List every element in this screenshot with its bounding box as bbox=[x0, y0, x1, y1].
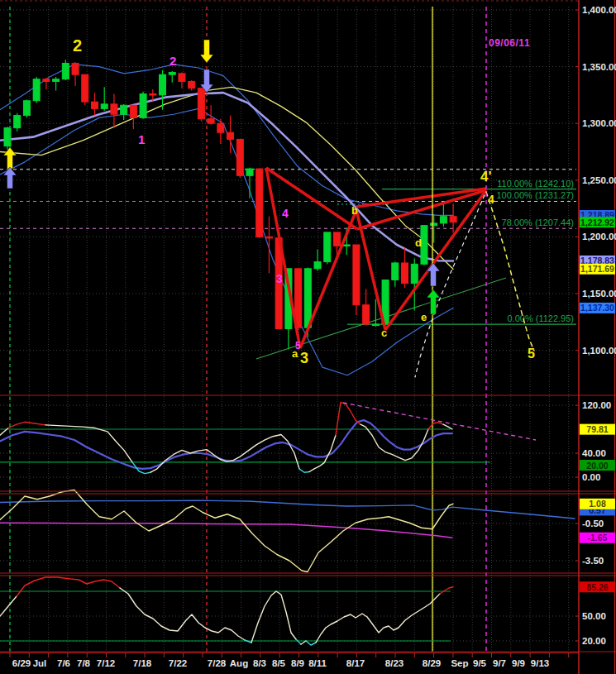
indicator-line-main bbox=[316, 594, 440, 643]
indicator-line-main bbox=[8, 422, 45, 428]
price-badge-label: 79.81 bbox=[586, 424, 608, 434]
y-axis-label: 120.00 bbox=[582, 400, 611, 410]
x-axis-label: 7/22 bbox=[169, 658, 187, 668]
date-annotation: 09/06/11 bbox=[489, 37, 530, 49]
candle-body bbox=[91, 102, 98, 108]
pattern-line bbox=[357, 190, 486, 229]
indicator-line-main bbox=[361, 424, 428, 461]
indicator-line-main bbox=[251, 591, 296, 643]
x-axis-label: 7/18 bbox=[133, 658, 152, 668]
candle-body bbox=[402, 263, 408, 284]
x-axis-label: Sep bbox=[451, 658, 468, 668]
candle-body bbox=[23, 101, 30, 116]
candle-body bbox=[372, 324, 379, 326]
down-arrow-icon bbox=[200, 40, 213, 63]
x-axis-label: 7/8 bbox=[77, 658, 91, 668]
y-axis-label: 1,350.00 bbox=[582, 62, 616, 72]
wave-label: e bbox=[421, 311, 427, 323]
x-axis-label: 8/11 bbox=[308, 658, 327, 668]
y-axis-label: -3.50 bbox=[582, 556, 604, 566]
candle-body bbox=[111, 104, 117, 114]
fib-label: 0.00% (1122.95) bbox=[507, 313, 574, 323]
wave-label: c bbox=[381, 327, 387, 339]
candle-body bbox=[256, 169, 263, 237]
wave-label: 2 bbox=[170, 54, 176, 68]
candle-body bbox=[324, 232, 331, 262]
indicator-line-main bbox=[45, 425, 132, 462]
candle-body bbox=[246, 169, 253, 175]
indicator-line-main bbox=[120, 588, 245, 640]
price-badge-label: 1.08 bbox=[589, 499, 606, 509]
x-axis-label: 8/29 bbox=[423, 658, 441, 668]
y-axis-label: 1,200.00 bbox=[582, 232, 616, 241]
candle-body bbox=[353, 245, 360, 305]
up-arrow-icon bbox=[427, 263, 440, 286]
y-axis-label: -0.50 bbox=[582, 519, 604, 528]
fib-label: 110.00% (1242.10) bbox=[497, 179, 574, 189]
candle-body bbox=[33, 79, 40, 101]
candle-body bbox=[189, 81, 195, 88]
up-arrow-icon bbox=[427, 289, 440, 314]
wave-label: 1 bbox=[138, 132, 145, 146]
y-axis-label: 1,250.00 bbox=[582, 175, 616, 185]
candle-body bbox=[101, 104, 107, 108]
wave-label: 2 bbox=[73, 36, 82, 55]
candle-body bbox=[208, 119, 214, 123]
price-badge-label: 1,137.30 bbox=[580, 303, 614, 313]
wave-label: 4' bbox=[480, 169, 492, 184]
chart-window: 110.00% (1242.10)100.00% (1231.27)78.00%… bbox=[0, 0, 616, 674]
candle-body bbox=[314, 262, 321, 269]
pattern-line bbox=[266, 168, 300, 348]
indicator-line-main bbox=[443, 424, 452, 429]
y-axis-label: 0.00 bbox=[582, 472, 600, 482]
x-axis-label: 9/9 bbox=[512, 658, 525, 668]
candle-body bbox=[411, 264, 418, 283]
x-axis-label: 9/5 bbox=[473, 658, 487, 668]
price-badge-label: 1,171.69 bbox=[580, 264, 614, 274]
candle-body bbox=[169, 72, 175, 74]
x-axis-label: 6/29 bbox=[12, 658, 31, 668]
candle-body bbox=[121, 105, 127, 114]
candle-body bbox=[82, 74, 88, 102]
price-badge-label: 20.00 bbox=[586, 461, 608, 471]
candle-body bbox=[160, 74, 166, 95]
y-axis-label: 50.00 bbox=[582, 611, 606, 621]
up-arrow-icon bbox=[3, 167, 17, 189]
candle-body bbox=[421, 226, 427, 265]
candle-body bbox=[198, 88, 204, 119]
x-axis-label: 9/7 bbox=[493, 658, 506, 668]
indicator-line-main bbox=[428, 423, 443, 429]
candle-body bbox=[150, 94, 156, 96]
candle-body bbox=[130, 105, 136, 117]
candle-body bbox=[363, 305, 370, 324]
candle-body bbox=[62, 63, 69, 79]
y-axis-label: 40.00 bbox=[582, 448, 606, 458]
x-axis-label: 8/23 bbox=[385, 658, 404, 668]
candle-body bbox=[217, 123, 224, 132]
wave-label: 3 bbox=[276, 272, 283, 285]
indicator-line-main bbox=[0, 596, 17, 616]
candle-body bbox=[392, 263, 399, 280]
y-axis-label: 1,150.00 bbox=[582, 289, 616, 299]
price-badge-label: 85.26 bbox=[586, 582, 608, 592]
candle-body bbox=[431, 223, 437, 226]
indicator-line-main bbox=[299, 469, 309, 472]
candle-body bbox=[333, 232, 340, 246]
candle-body bbox=[140, 94, 146, 118]
candle-body bbox=[304, 269, 311, 327]
x-axis-label: 8/5 bbox=[272, 658, 286, 668]
candle-body bbox=[72, 63, 79, 74]
wave-label: 4 bbox=[282, 207, 289, 220]
y-axis-label: 1,100.00 bbox=[582, 346, 616, 356]
indicator-line-main bbox=[17, 577, 120, 596]
x-axis-label: 9/13 bbox=[531, 658, 549, 668]
wave-label: b bbox=[351, 204, 358, 217]
y-axis-label: 1,400.00 bbox=[582, 5, 616, 15]
y-axis-label: 1,300.00 bbox=[582, 118, 616, 128]
price-badge-label: -1.65 bbox=[588, 533, 608, 543]
fib-label: 78.00% (1207.44) bbox=[502, 217, 574, 227]
indicator-line-main bbox=[306, 641, 316, 645]
candle-body bbox=[14, 116, 21, 128]
candle-body bbox=[343, 245, 350, 246]
candle-body bbox=[236, 139, 243, 175]
